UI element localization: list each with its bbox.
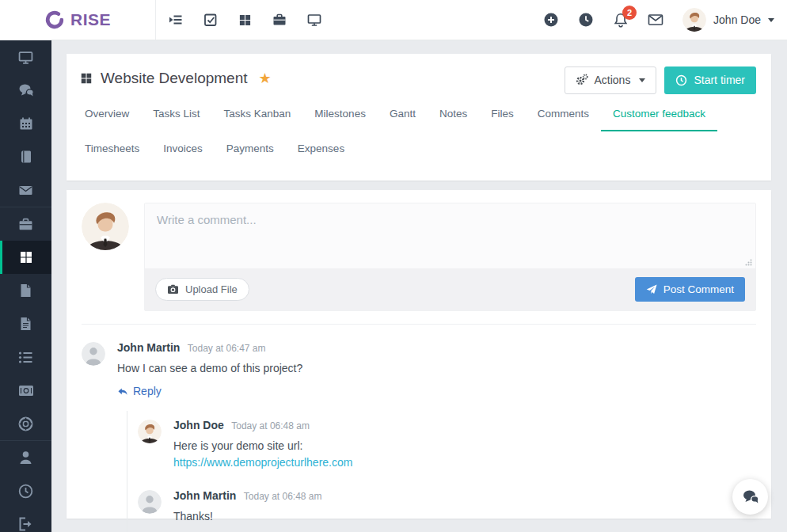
sidebar-item-signout[interactable] — [0, 507, 51, 532]
tab-milestones[interactable]: Milestones — [302, 97, 378, 131]
sidebar-item-projects[interactable] — [0, 241, 51, 274]
reply-text: Here is your demo site url: — [173, 439, 352, 452]
sidebar-item-estimates[interactable] — [0, 274, 51, 307]
reply-time: Today at 06:48 am — [231, 420, 310, 431]
tab-overview[interactable]: Overview — [73, 97, 141, 131]
clock-circle-icon[interactable] — [578, 12, 594, 28]
main-content: Website Development ★ Actions Start time… — [51, 40, 787, 532]
notifications-button[interactable]: 2 — [613, 12, 629, 28]
post-comment-button[interactable]: Post Comment — [635, 277, 745, 302]
sidebar-item-events[interactable] — [0, 107, 51, 140]
tab-tasks-list[interactable]: Tasks List — [141, 97, 211, 131]
current-user-avatar — [82, 203, 129, 250]
camera-icon — [167, 284, 179, 294]
sidebar-item-tasks[interactable] — [0, 340, 51, 374]
composer-footer: Upload File Post Comment — [145, 268, 755, 310]
reply-body: John Martin Today at 06:48 am Thanks! — [173, 488, 322, 522]
comment-header: John Martin Today at 06:47 am — [117, 340, 302, 355]
star-icon[interactable]: ★ — [259, 71, 272, 86]
monitor-icon[interactable] — [307, 13, 321, 27]
menu-toggle-icon[interactable] — [169, 13, 183, 27]
tab-expenses[interactable]: Expenses — [286, 131, 356, 166]
composer-box: Upload File Post Comment — [144, 203, 756, 311]
sidebar-item-time[interactable] — [0, 474, 51, 507]
reply-text: Thanks! — [173, 510, 322, 522]
plus-circle-icon[interactable] — [543, 12, 559, 28]
comment-text: How I can see a demo of this project? — [117, 362, 302, 374]
reply-time: Today at 06:48 am — [244, 491, 322, 502]
sidebar — [0, 40, 51, 532]
chat-fab-button[interactable] — [732, 479, 768, 515]
tab-payments[interactable]: Payments — [215, 131, 286, 166]
composer-input-area — [145, 203, 755, 268]
briefcase-icon[interactable] — [272, 13, 287, 27]
tab-invoices[interactable]: Invoices — [151, 131, 215, 166]
tab-gantt[interactable]: Gantt — [378, 97, 428, 131]
sidebar-item-invoices[interactable] — [0, 307, 51, 340]
reply-button[interactable]: Reply — [117, 385, 162, 397]
sidebar-item-clients[interactable] — [0, 207, 51, 241]
sidebar-item-team[interactable] — [0, 441, 51, 474]
comment-composer: Upload File Post Comment — [82, 203, 756, 311]
file-text-icon — [19, 317, 32, 331]
life-ring-icon — [18, 416, 33, 431]
header-buttons: Actions Start timer — [565, 66, 757, 94]
topbar-right: 2 John Doe — [543, 8, 787, 32]
file-icon — [19, 283, 32, 298]
chevron-down-icon — [639, 78, 645, 82]
grid-icon[interactable] — [238, 13, 252, 27]
rise-logo-icon — [44, 10, 65, 30]
money-icon — [18, 385, 34, 397]
topbar: RISE 2 Jo — [0, 0, 787, 40]
brand-logo[interactable]: RISE — [0, 0, 156, 40]
comment-thread: John Martin Today at 06:47 am How I can … — [82, 324, 756, 532]
sidebar-item-support[interactable] — [0, 407, 51, 440]
comment-author: John Martin — [117, 341, 180, 354]
check-square-icon[interactable] — [203, 13, 218, 27]
comment-time: Today at 06:47 am — [188, 343, 266, 354]
sidebar-item-mail[interactable] — [0, 173, 51, 207]
tab-tasks-kanban[interactable]: Tasks Kanban — [212, 97, 303, 131]
customer-feedback-card: Upload File Post Comment John Martin Tod… — [67, 190, 771, 519]
monitor-icon — [18, 50, 33, 65]
project-header-card: Website Development ★ Actions Start time… — [67, 54, 771, 180]
book-icon — [19, 150, 33, 164]
tab-files[interactable]: Files — [479, 97, 526, 131]
grid-icon — [19, 250, 33, 264]
start-timer-button[interactable]: Start timer — [664, 66, 756, 94]
tab-notes[interactable]: Notes — [428, 97, 479, 131]
upload-file-button[interactable]: Upload File — [155, 278, 249, 301]
brand-name: RISE — [70, 10, 111, 29]
post-comment-label: Post Comment — [663, 283, 734, 295]
sidebar-item-messages[interactable] — [0, 74, 51, 107]
user-menu[interactable]: John Doe — [682, 8, 774, 32]
comment-item: John Martin Today at 06:47 am How I can … — [82, 340, 756, 400]
tab-timesheets[interactable]: Timesheets — [73, 131, 151, 166]
actions-button[interactable]: Actions — [565, 66, 657, 94]
resize-grip-icon[interactable] — [745, 259, 752, 266]
comment-input[interactable] — [157, 213, 743, 259]
sign-out-icon — [18, 517, 33, 531]
tab-customer-feedback[interactable]: Customer feedback — [601, 97, 717, 131]
reply-item: John Doe Today at 06:48 am Here is your … — [138, 411, 756, 481]
sidebar-item-notes[interactable] — [0, 140, 51, 173]
reply-item: John Martin Today at 06:48 am Thanks! — [138, 481, 756, 532]
demo-site-link[interactable]: https://www.demoprojecturlhere.com — [173, 456, 352, 469]
notification-badge: 2 — [622, 6, 637, 20]
reply-author: John Doe — [173, 419, 224, 431]
chat-bubbles-icon — [742, 488, 759, 505]
tab-comments[interactable]: Comments — [526, 97, 601, 131]
upload-file-label: Upload File — [185, 283, 238, 295]
paper-plane-icon — [646, 284, 657, 295]
sidebar-item-dashboard[interactable] — [0, 40, 51, 74]
actions-label: Actions — [595, 74, 631, 87]
list-icon — [18, 351, 33, 364]
reply-author-avatar — [138, 420, 162, 443]
sidebar-item-payments[interactable] — [0, 374, 51, 407]
envelope-icon — [18, 183, 33, 198]
topbar-nav — [156, 13, 321, 27]
start-timer-label: Start timer — [694, 74, 745, 87]
chat-icon — [18, 83, 34, 98]
envelope-icon[interactable] — [648, 12, 663, 28]
reply-body: John Doe Today at 06:48 am Here is your … — [173, 418, 352, 469]
